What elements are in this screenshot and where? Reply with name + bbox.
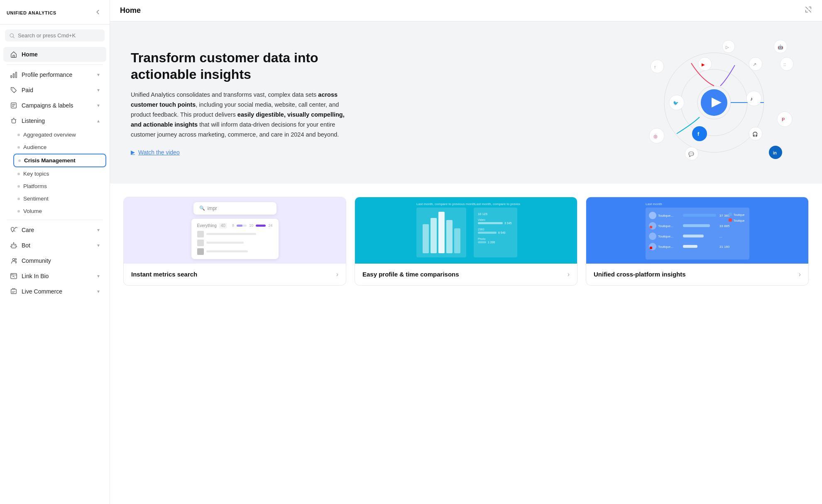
card-thumb-unified-cross: Last month Toutique... 37 365 Toutique..…	[586, 197, 808, 264]
svg-rect-54	[438, 212, 445, 253]
card-instant-metrics[interactable]: 🔍 impr Everything 40 8	[123, 197, 346, 286]
live-commerce-chevron: ▾	[97, 289, 100, 294]
bot-chevron: ▾	[97, 242, 100, 248]
hero-title: Transform customer data into actionable …	[131, 49, 347, 83]
svg-text:::: ::	[783, 62, 786, 67]
search-bar[interactable]	[5, 29, 105, 42]
svg-text:P: P	[782, 117, 785, 122]
aggregated-label: Aggregated overview	[23, 132, 76, 138]
sidebar-item-care[interactable]: Care ▾	[3, 223, 106, 237]
care-chevron: ▾	[97, 227, 100, 233]
svg-point-14	[12, 274, 13, 274]
mock-search-text: impr	[208, 206, 217, 211]
sidebar-item-live-commerce[interactable]: Live Commerce ▾	[3, 284, 106, 299]
bot-icon	[10, 242, 17, 249]
svg-rect-74	[649, 222, 656, 230]
svg-point-43	[780, 57, 793, 71]
listening-subnav: Aggregated overview Audience Crisis Mana…	[13, 129, 110, 217]
svg-text:Last month, compare to previou: Last month, compare to previous month	[475, 202, 520, 206]
svg-rect-79	[649, 232, 656, 240]
svg-text:🤖: 🤖	[778, 44, 783, 50]
watch-video-label: Watch the video	[138, 149, 180, 156]
expand-button[interactable]	[805, 6, 812, 15]
chart-icon	[10, 71, 17, 78]
crisis-label: Crisis Management	[24, 157, 76, 164]
hero-text: Transform customer data into actionable …	[131, 49, 347, 156]
watch-video-link[interactable]: ▶ Watch the video	[131, 149, 347, 156]
diagram-svg: 🐦 ▶ ♪ f ◎ P in ↗	[627, 38, 801, 167]
sidebar-item-profile-performance[interactable]: Profile performance ▾	[3, 67, 106, 82]
svg-rect-81	[683, 235, 704, 237]
sidebar-item-link-in-bio[interactable]: Link In Bio ▾	[3, 269, 106, 284]
svg-text:Toutique: Toutique	[734, 219, 745, 223]
svg-point-11	[15, 259, 17, 260]
sidebar-item-paid[interactable]: Paid ▾	[3, 83, 106, 98]
svg-rect-1	[11, 76, 12, 78]
care-icon	[10, 226, 17, 234]
svg-text:▷: ▷	[726, 45, 729, 49]
svg-rect-56	[454, 228, 460, 253]
live-commerce-label: Live Commerce	[22, 288, 62, 295]
cards-section: 🔍 impr Everything 40 8	[110, 183, 822, 294]
sidebar-item-campaigns[interactable]: Campaigns & labels ▾	[3, 98, 106, 113]
sidebar-item-bot[interactable]: Bot ▾	[3, 238, 106, 253]
svg-text:10 123: 10 123	[478, 212, 487, 216]
link-in-bio-chevron: ▾	[97, 273, 100, 279]
platforms-label: Platforms	[23, 183, 47, 189]
subnav-audience[interactable]: Audience	[13, 141, 106, 153]
subnav-sentiment[interactable]: Sentiment	[13, 193, 106, 205]
search-input[interactable]	[18, 32, 100, 39]
home-label: Home	[22, 51, 38, 58]
sidebar-item-listening[interactable]: Listening ▴	[3, 113, 106, 128]
svg-point-10	[12, 259, 15, 261]
svg-text:in: in	[773, 151, 777, 155]
subnav-aggregated-overview[interactable]: Aggregated overview	[13, 129, 106, 141]
subnav-platforms[interactable]: Platforms	[13, 180, 106, 192]
link-icon	[10, 272, 17, 280]
svg-rect-75	[650, 226, 652, 228]
sidebar-item-community[interactable]: Community	[3, 253, 106, 268]
svg-rect-66	[478, 241, 486, 243]
sidebar-item-home[interactable]: Home	[3, 47, 106, 62]
card-unified-cross[interactable]: Last month Toutique... 37 365 Toutique..…	[586, 197, 809, 286]
card-label-easy-profile: Easy profile & time comparisons	[362, 270, 459, 279]
sidebar: UNIFIED ANALYTICS Home	[0, 0, 110, 504]
care-label: Care	[22, 227, 34, 233]
svg-point-8	[14, 245, 15, 246]
expand-icon	[805, 6, 812, 13]
svg-point-23	[698, 57, 712, 71]
main-header: Home	[110, 0, 822, 22]
svg-rect-3	[16, 72, 17, 78]
svg-point-13	[12, 274, 12, 274]
svg-rect-90	[729, 218, 732, 222]
collapse-icon	[94, 8, 101, 16]
svg-rect-88	[729, 213, 732, 216]
subnav-crisis-management[interactable]: Crisis Management	[13, 154, 106, 167]
collapse-button[interactable]	[92, 7, 103, 18]
card-arrow-instant-metrics[interactable]: ›	[336, 271, 338, 278]
app-title: UNIFIED ANALYTICS	[7, 10, 56, 15]
svg-rect-72	[683, 214, 716, 217]
campaigns-chevron: ▾	[97, 103, 100, 108]
svg-text:🐦: 🐦	[673, 100, 679, 106]
svg-text:Photo: Photo	[478, 237, 485, 240]
sidebar-nav: Home Profile performance ▾ Paid ▾	[0, 45, 110, 504]
card-arrow-easy-profile[interactable]: ›	[568, 271, 570, 278]
svg-text:↑: ↑	[654, 64, 656, 69]
subnav-volume[interactable]: Volume	[13, 205, 106, 217]
svg-text:1 200: 1 200	[488, 241, 495, 244]
svg-text:♪: ♪	[750, 96, 753, 102]
svg-text:8 540: 8 540	[498, 231, 506, 234]
card-easy-profile[interactable]: Last month, compare to previous month La…	[355, 197, 577, 286]
svg-point-41	[651, 60, 664, 73]
dot-aggregated	[17, 134, 20, 136]
dot-key-topics	[17, 173, 20, 175]
bar-chart-svg: Last month, compare to previous month La…	[412, 199, 520, 262]
card-arrow-unified-cross[interactable]: ›	[799, 271, 801, 278]
svg-rect-63	[478, 232, 497, 234]
svg-text:37 365: 37 365	[719, 214, 730, 218]
subnav-key-topics[interactable]: Key topics	[13, 168, 106, 180]
svg-rect-70	[649, 212, 656, 219]
hero-description: Unified Analytics consolidates and trans…	[131, 90, 347, 140]
search-icon	[9, 33, 15, 39]
